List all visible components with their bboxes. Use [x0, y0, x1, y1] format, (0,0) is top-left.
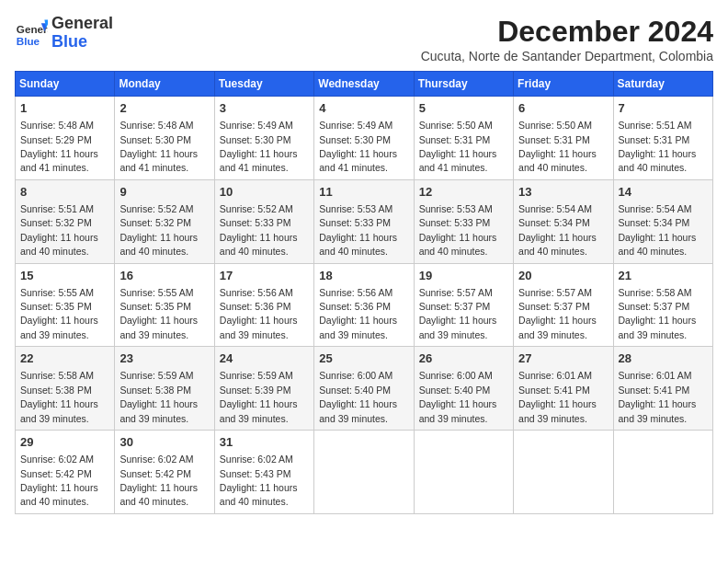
day-number: 18: [319, 268, 408, 284]
day-cell: 26 Sunrise: 6:00 AMSunset: 5:40 PMDaylig…: [414, 347, 513, 431]
day-info: Sunrise: 5:53 AMSunset: 5:33 PMDaylight:…: [419, 203, 497, 257]
day-info: Sunrise: 5:52 AMSunset: 5:33 PMDaylight:…: [220, 203, 298, 257]
day-number: 27: [518, 350, 608, 367]
day-number: 13: [518, 184, 608, 201]
day-info: Sunrise: 5:49 AMSunset: 5:30 PMDaylight:…: [319, 120, 397, 173]
day-cell: 8 Sunrise: 5:51 AMSunset: 5:32 PMDayligh…: [16, 179, 115, 263]
day-info: Sunrise: 5:57 AMSunset: 5:37 PMDaylight:…: [518, 287, 597, 340]
week-row-2: 8 Sunrise: 5:51 AMSunset: 5:32 PMDayligh…: [16, 179, 713, 263]
day-number: 17: [220, 268, 309, 284]
day-cell: 24 Sunrise: 5:59 AMSunset: 5:39 PMDaylig…: [214, 347, 313, 431]
day-number: 20: [518, 268, 608, 284]
day-number: 8: [20, 184, 109, 201]
day-info: Sunrise: 5:58 AMSunset: 5:37 PMDaylight:…: [619, 287, 697, 340]
day-info: Sunrise: 5:51 AMSunset: 5:31 PMDaylight:…: [619, 120, 697, 173]
day-cell: 3 Sunrise: 5:49 AMSunset: 5:30 PMDayligh…: [214, 97, 313, 180]
day-info: Sunrise: 5:58 AMSunset: 5:38 PMDaylight:…: [20, 370, 98, 423]
day-number: 28: [619, 350, 708, 367]
day-cell: 20 Sunrise: 5:57 AMSunset: 5:37 PMDaylig…: [514, 263, 613, 347]
svg-text:Blue: Blue: [17, 34, 40, 46]
day-number: 12: [419, 184, 508, 201]
month-title: December 2024: [421, 15, 713, 49]
day-info: Sunrise: 6:01 AMSunset: 5:41 PMDaylight:…: [619, 370, 697, 423]
day-info: Sunrise: 6:02 AMSunset: 5:42 PMDaylight:…: [119, 454, 198, 507]
col-header-saturday: Saturday: [613, 72, 712, 97]
day-cell: 25 Sunrise: 6:00 AMSunset: 5:40 PMDaylig…: [314, 347, 414, 431]
day-cell: 31 Sunrise: 6:02 AMSunset: 5:43 PMDaylig…: [214, 431, 313, 514]
col-header-wednesday: Wednesday: [314, 72, 414, 97]
day-info: Sunrise: 5:55 AMSunset: 5:35 PMDaylight:…: [119, 287, 198, 340]
day-number: 24: [220, 350, 309, 367]
day-cell: 27 Sunrise: 6:01 AMSunset: 5:41 PMDaylig…: [514, 347, 613, 431]
day-cell: [314, 431, 414, 514]
day-cell: 1 Sunrise: 5:48 AMSunset: 5:29 PMDayligh…: [16, 97, 115, 180]
day-cell: 10 Sunrise: 5:52 AMSunset: 5:33 PMDaylig…: [214, 179, 313, 263]
day-cell: 22 Sunrise: 5:58 AMSunset: 5:38 PMDaylig…: [16, 347, 115, 431]
day-cell: 28 Sunrise: 6:01 AMSunset: 5:41 PMDaylig…: [613, 347, 712, 431]
day-info: Sunrise: 6:00 AMSunset: 5:40 PMDaylight:…: [319, 370, 397, 423]
day-info: Sunrise: 5:48 AMSunset: 5:29 PMDaylight:…: [20, 120, 98, 173]
day-number: 1: [20, 100, 109, 117]
day-cell: 9 Sunrise: 5:52 AMSunset: 5:32 PMDayligh…: [115, 179, 214, 263]
day-number: 9: [119, 184, 209, 201]
logo-general-text: General: [51, 15, 113, 33]
day-info: Sunrise: 6:01 AMSunset: 5:41 PMDaylight:…: [518, 370, 597, 423]
logo-blue-text: Blue: [51, 33, 113, 52]
day-number: 3: [220, 100, 309, 117]
day-number: 5: [419, 100, 508, 117]
day-cell: 15 Sunrise: 5:55 AMSunset: 5:35 PMDaylig…: [16, 263, 115, 347]
week-row-3: 15 Sunrise: 5:55 AMSunset: 5:35 PMDaylig…: [16, 263, 713, 347]
day-cell: 30 Sunrise: 6:02 AMSunset: 5:42 PMDaylig…: [115, 431, 214, 514]
day-cell: [613, 431, 712, 514]
day-cell: 18 Sunrise: 5:56 AMSunset: 5:36 PMDaylig…: [314, 263, 414, 347]
day-number: 23: [119, 350, 209, 367]
day-cell: 4 Sunrise: 5:49 AMSunset: 5:30 PMDayligh…: [314, 97, 414, 180]
day-cell: 13 Sunrise: 5:54 AMSunset: 5:34 PMDaylig…: [514, 179, 613, 263]
day-number: 22: [20, 350, 109, 367]
day-info: Sunrise: 5:59 AMSunset: 5:38 PMDaylight:…: [119, 370, 198, 423]
day-info: Sunrise: 5:51 AMSunset: 5:32 PMDaylight:…: [20, 203, 98, 257]
day-cell: 29 Sunrise: 6:02 AMSunset: 5:42 PMDaylig…: [16, 431, 115, 514]
day-cell: 16 Sunrise: 5:55 AMSunset: 5:35 PMDaylig…: [115, 263, 214, 347]
day-info: Sunrise: 5:53 AMSunset: 5:33 PMDaylight:…: [319, 203, 397, 257]
day-info: Sunrise: 5:50 AMSunset: 5:31 PMDaylight:…: [518, 120, 597, 173]
day-number: 6: [518, 100, 608, 117]
col-header-thursday: Thursday: [414, 72, 513, 97]
day-number: 11: [319, 184, 408, 201]
day-info: Sunrise: 6:00 AMSunset: 5:40 PMDaylight:…: [419, 370, 497, 423]
day-number: 25: [319, 350, 408, 367]
day-number: 31: [220, 434, 309, 451]
calendar-header-row: SundayMondayTuesdayWednesdayThursdayFrid…: [16, 72, 713, 97]
col-header-sunday: Sunday: [16, 72, 115, 97]
day-cell: 21 Sunrise: 5:58 AMSunset: 5:37 PMDaylig…: [613, 263, 712, 347]
day-info: Sunrise: 5:54 AMSunset: 5:34 PMDaylight:…: [619, 203, 697, 257]
day-info: Sunrise: 5:57 AMSunset: 5:37 PMDaylight:…: [419, 287, 497, 340]
week-row-1: 1 Sunrise: 5:48 AMSunset: 5:29 PMDayligh…: [16, 97, 713, 180]
day-cell: 7 Sunrise: 5:51 AMSunset: 5:31 PMDayligh…: [613, 97, 712, 180]
day-cell: 12 Sunrise: 5:53 AMSunset: 5:33 PMDaylig…: [414, 179, 513, 263]
day-number: 16: [119, 268, 209, 284]
page-header: General Blue General Blue December 2024 …: [15, 15, 713, 63]
week-row-4: 22 Sunrise: 5:58 AMSunset: 5:38 PMDaylig…: [16, 347, 713, 431]
location-text: Cucuta, Norte de Santander Department, C…: [421, 49, 713, 63]
day-info: Sunrise: 5:48 AMSunset: 5:30 PMDaylight:…: [119, 120, 198, 173]
day-info: Sunrise: 6:02 AMSunset: 5:43 PMDaylight:…: [220, 454, 298, 507]
day-number: 10: [220, 184, 309, 201]
day-cell: [414, 431, 513, 514]
col-header-friday: Friday: [514, 72, 613, 97]
day-info: Sunrise: 5:56 AMSunset: 5:36 PMDaylight:…: [220, 287, 298, 340]
day-cell: 14 Sunrise: 5:54 AMSunset: 5:34 PMDaylig…: [613, 179, 712, 263]
day-cell: 5 Sunrise: 5:50 AMSunset: 5:31 PMDayligh…: [414, 97, 513, 180]
day-number: 2: [119, 100, 209, 117]
day-number: 26: [419, 350, 508, 367]
day-info: Sunrise: 5:52 AMSunset: 5:32 PMDaylight:…: [119, 203, 198, 257]
logo-icon: General Blue: [15, 17, 48, 50]
day-info: Sunrise: 5:49 AMSunset: 5:30 PMDaylight:…: [220, 120, 298, 173]
day-cell: 6 Sunrise: 5:50 AMSunset: 5:31 PMDayligh…: [514, 97, 613, 180]
title-block: December 2024 Cucuta, Norte de Santander…: [421, 15, 713, 63]
day-number: 7: [619, 100, 708, 117]
logo: General Blue General Blue: [15, 15, 113, 52]
calendar-table: SundayMondayTuesdayWednesdayThursdayFrid…: [15, 71, 713, 514]
day-number: 4: [319, 100, 408, 117]
day-info: Sunrise: 5:54 AMSunset: 5:34 PMDaylight:…: [518, 203, 597, 257]
